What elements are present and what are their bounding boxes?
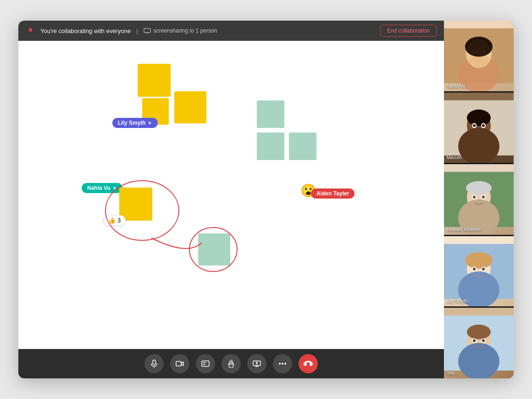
mic-button[interactable] xyxy=(144,354,164,373)
svg-point-24 xyxy=(467,109,491,126)
svg-point-25 xyxy=(458,127,499,163)
marcell-face xyxy=(444,93,514,163)
end-call-button[interactable] xyxy=(299,354,318,373)
captions-button[interactable] xyxy=(196,354,215,373)
howard-face xyxy=(444,164,514,235)
cursor-aiden-tayler: Aiden Tayler xyxy=(311,188,355,199)
you-face xyxy=(444,308,514,378)
sticky-note-mint-bottom[interactable] xyxy=(198,233,230,266)
svg-point-57 xyxy=(482,339,485,342)
reaction-emoji: 👍 xyxy=(108,217,116,224)
svg-point-43 xyxy=(465,252,493,269)
sticky-note-nahla[interactable] xyxy=(119,188,152,221)
cursor-nahla-vu: Nahla Vu ▼ xyxy=(82,183,122,193)
annotation-svg xyxy=(18,41,444,349)
svg-point-29 xyxy=(482,124,485,127)
svg-point-38 xyxy=(473,196,476,199)
screen-share-status: screensharing to 1 person xyxy=(144,28,217,34)
app-logo-icon xyxy=(26,26,35,35)
svg-point-28 xyxy=(473,124,476,127)
svg-point-34 xyxy=(466,181,492,195)
reaction-count: 3 xyxy=(117,217,121,224)
cursor-lily-smyth: Lily Smyth ▼ xyxy=(112,118,158,128)
video-sidebar: Nahla Vu Marcell xyxy=(444,21,514,378)
more-options-button[interactable] xyxy=(273,354,292,373)
svg-point-7 xyxy=(279,363,281,365)
collab-bar: You're collaborating with everyone | scr… xyxy=(18,21,444,41)
svg-point-47 xyxy=(473,268,476,271)
svg-point-56 xyxy=(473,339,476,342)
svg-rect-3 xyxy=(153,360,155,365)
collab-status-text: You're collaborating with everyone | scr… xyxy=(40,28,375,34)
lily-face xyxy=(444,236,514,307)
sticky-note-mint-3[interactable] xyxy=(289,133,316,160)
svg-point-52 xyxy=(467,325,491,339)
sticky-note-mint-2[interactable] xyxy=(257,133,284,160)
sticky-note-3[interactable] xyxy=(174,91,206,123)
svg-point-39 xyxy=(482,196,485,199)
svg-point-48 xyxy=(482,268,485,271)
svg-point-53 xyxy=(458,343,499,378)
end-collaboration-button[interactable]: End collaboration xyxy=(380,25,437,37)
reaction-badge: 👍 3 xyxy=(103,215,126,226)
svg-point-20 xyxy=(465,37,493,57)
video-tile-howard[interactable]: Howard Wheeler xyxy=(444,164,514,235)
video-tile-lily[interactable]: Lily Smyth xyxy=(444,236,514,307)
app-container: You're collaborating with everyone | scr… xyxy=(18,21,514,378)
sticky-note-mint-1[interactable] xyxy=(257,100,284,128)
svg-point-8 xyxy=(282,363,283,365)
whiteboard-canvas[interactable]: Lily Smyth ▼ Nahla Vu ▼ 👍 3 xyxy=(18,41,444,349)
video-tile-nahla[interactable]: Nahla Vu xyxy=(444,21,514,91)
bar-divider: | xyxy=(136,28,138,34)
marcell-name-label: Marcell xyxy=(447,155,461,160)
svg-rect-4 xyxy=(176,361,181,366)
camera-button[interactable] xyxy=(170,354,189,373)
whiteboard-container: You're collaborating with everyone | scr… xyxy=(18,21,444,378)
svg-rect-5 xyxy=(202,361,209,366)
howard-name-label: Howard Wheeler xyxy=(447,227,481,232)
svg-rect-0 xyxy=(144,28,150,33)
lily-name-label: Lily Smyth xyxy=(447,299,468,304)
call-controls-bar xyxy=(18,349,444,378)
main-area: You're collaborating with everyone | scr… xyxy=(18,21,514,378)
sticky-note-1[interactable] xyxy=(138,64,171,97)
nahla-name-label: Nahla Vu xyxy=(447,83,466,89)
you-name-label: You xyxy=(447,371,454,376)
svg-point-9 xyxy=(284,363,286,365)
video-tile-you[interactable]: You xyxy=(444,308,514,378)
raise-hand-button[interactable] xyxy=(222,354,241,373)
screen-share-button[interactable] xyxy=(247,354,266,373)
video-tile-marcell[interactable]: Marcell xyxy=(444,93,514,163)
nahla-face xyxy=(444,21,514,91)
